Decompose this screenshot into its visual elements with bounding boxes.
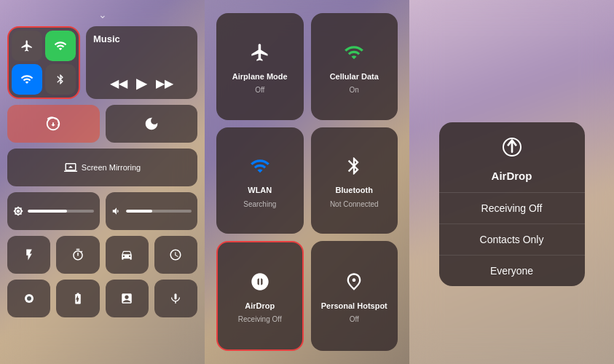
screen-mirroring-label: Screen Mirroring <box>82 163 141 172</box>
calculator-btn[interactable] <box>106 280 149 317</box>
cellular-icon <box>344 42 364 68</box>
mid-cellular-label: Cellular Data <box>330 72 379 82</box>
mid-wlan-sub: Searching <box>243 200 276 208</box>
flashlight-btn[interactable] <box>7 236 50 274</box>
voicememo-btn[interactable] <box>154 280 197 317</box>
mid-wlan-label: WLAN <box>248 186 272 195</box>
bluetooth-btn[interactable] <box>45 64 76 95</box>
mid-bluetooth-btn[interactable]: Bluetooth Not Connected <box>311 127 398 234</box>
mid-cellular-sub: On <box>350 86 359 94</box>
airdrop-receiving-off-btn[interactable]: Receiving Off <box>439 193 585 224</box>
battery-btn[interactable] <box>56 280 99 317</box>
svg-point-1 <box>27 296 31 301</box>
right-panel: AirDrop Receiving Off Contacts Only Ever… <box>409 0 614 364</box>
airdrop-menu-header: AirDrop <box>439 122 585 193</box>
mid-panel: Airplane Mode Off Cellular Data On WLAN … <box>205 0 409 364</box>
mid-hotspot-btn[interactable]: Personal Hotspot Off <box>311 241 398 351</box>
mid-airplane-btn[interactable]: Airplane Mode Off <box>216 13 304 120</box>
do-not-disturb-btn[interactable] <box>106 105 198 143</box>
airdrop-contacts-only-btn[interactable]: Contacts Only <box>439 224 585 256</box>
play-btn[interactable]: ▶ <box>136 74 147 92</box>
music-title: Music <box>93 33 190 44</box>
mid-bluetooth-label: Bluetooth <box>336 186 373 195</box>
left-panel: ⌄ <box>0 0 205 364</box>
airplane-mode-btn[interactable] <box>12 31 42 61</box>
mid-airdrop-sub: Receiving Off <box>238 315 282 323</box>
next-btn[interactable]: ▶▶ <box>156 76 173 90</box>
timer-btn[interactable] <box>56 236 99 274</box>
brightness-slider[interactable] <box>7 192 100 230</box>
mid-bluetooth-sub: Not Connected <box>330 200 379 208</box>
record-btn[interactable] <box>7 280 50 317</box>
mid-control-grid: Airplane Mode Off Cellular Data On WLAN … <box>209 6 405 358</box>
clock-btn[interactable] <box>154 236 197 274</box>
cellular-data-btn[interactable] <box>45 31 76 61</box>
mid-hotspot-label: Personal Hotspot <box>321 301 387 311</box>
music-tile[interactable]: Music ◀◀ ▶ ▶▶ <box>86 26 197 99</box>
mid-airplane-label: Airplane Mode <box>232 72 288 82</box>
bluetooth-icon <box>344 156 364 181</box>
mid-wlan-btn[interactable]: WLAN Searching <box>216 127 304 234</box>
airdrop-everyone-btn[interactable]: Everyone <box>439 256 585 286</box>
airdrop-menu: AirDrop Receiving Off Contacts Only Ever… <box>439 122 585 286</box>
airdrop-menu-title: AirDrop <box>492 170 532 182</box>
chevron-icon: ⌄ <box>98 9 107 20</box>
mid-airdrop-btn[interactable]: AirDrop Receiving Off <box>216 241 304 351</box>
hotspot-icon <box>344 272 364 297</box>
carplay-btn[interactable] <box>106 236 149 274</box>
mid-cellular-btn[interactable]: Cellular Data On <box>311 13 398 120</box>
volume-slider[interactable] <box>106 192 198 230</box>
prev-btn[interactable]: ◀◀ <box>110 76 127 90</box>
airplane-icon <box>250 42 270 68</box>
mid-airplane-sub: Off <box>255 86 264 94</box>
mid-airdrop-label: AirDrop <box>245 301 275 311</box>
wifi-btn[interactable] <box>12 64 42 95</box>
mid-hotspot-sub: Off <box>350 315 359 323</box>
airdrop-icon <box>250 272 270 297</box>
music-controls: ◀◀ ▶ ▶▶ <box>93 74 190 92</box>
airdrop-menu-icon <box>500 135 524 164</box>
rotation-lock-btn[interactable] <box>7 105 100 143</box>
wlan-icon <box>250 156 270 181</box>
connectivity-block <box>7 26 80 99</box>
screen-mirroring-btn[interactable]: Screen Mirroring <box>7 149 197 186</box>
